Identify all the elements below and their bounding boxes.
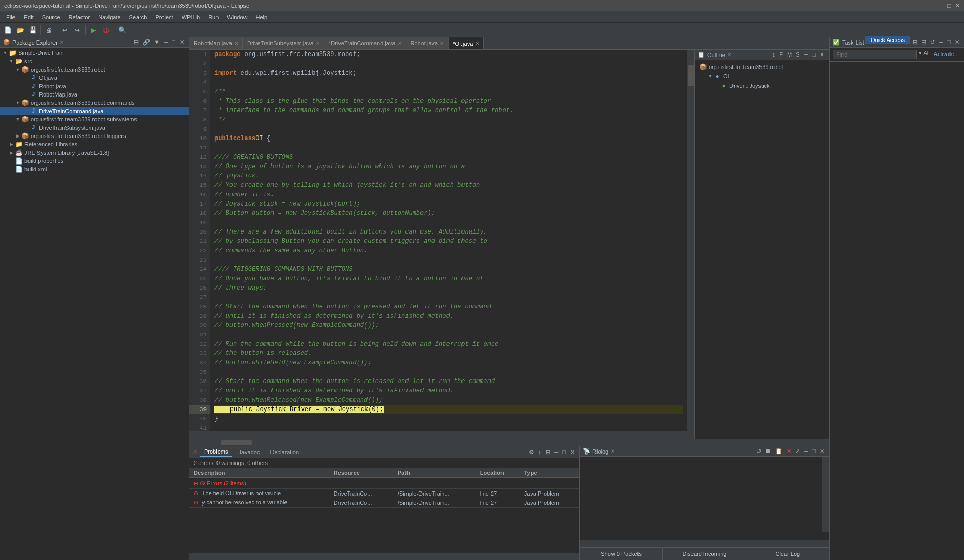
- errors-group-row[interactable]: ⊟ ⊘ Errors (2 items): [189, 478, 579, 489]
- tasklist-min[interactable]: ─: [938, 38, 945, 46]
- tree-item-src[interactable]: ▼ 📂 src: [0, 57, 189, 65]
- outline-close-icon[interactable]: ✕: [727, 52, 731, 58]
- activate-link[interactable]: Activate...: [932, 50, 961, 59]
- outline-class-oi[interactable]: ▼ ● OI: [697, 72, 827, 81]
- quick-access-button[interactable]: Quick Access: [865, 36, 910, 44]
- pe-close[interactable]: ✕: [178, 38, 186, 46]
- tree-item-drivetrain-sub[interactable]: J DriveTrainSubsystem.java: [0, 124, 189, 132]
- print-button[interactable]: 🖨: [43, 24, 55, 36]
- tree-item-build-xml[interactable]: 📄 build.xml: [0, 165, 189, 173]
- tab-robot[interactable]: Robot.java ✕: [406, 37, 449, 49]
- tab-close[interactable]: ✕: [316, 40, 320, 46]
- riolog-horiz-scroll[interactable]: [580, 540, 829, 547]
- col-type[interactable]: Type: [520, 468, 579, 478]
- problems-max[interactable]: □: [561, 448, 567, 456]
- tree-item-ref-libs[interactable]: ▶ 📁 Referenced Libraries: [0, 140, 189, 148]
- tree-item-pkg3[interactable]: ▼ 📦 org.usfirst.frc.team3539.robot.subsy…: [0, 115, 189, 124]
- clear-log-button[interactable]: Clear Log: [746, 548, 829, 560]
- show-packets-button[interactable]: Show 0 Packets: [580, 548, 663, 560]
- riolog-restart[interactable]: ↺: [755, 447, 763, 455]
- pe-max[interactable]: □: [170, 38, 177, 46]
- menu-refactor[interactable]: Refactor: [64, 13, 94, 21]
- riolog-close-icon[interactable]: ✕: [610, 448, 615, 454]
- menu-run[interactable]: Run: [204, 13, 223, 21]
- tree-item-simple-drive[interactable]: ▼ 📁 Simple-DriveTrain: [0, 49, 189, 57]
- menu-search[interactable]: Search: [125, 13, 152, 21]
- code-editor[interactable]: 1 2 3 4 5 6 7 8 9 10 11 12 13 14 15 16 1: [189, 50, 694, 431]
- outline-pkg[interactable]: 📦 org.usfirst.frc.team3539.robot: [697, 62, 827, 72]
- riolog-max[interactable]: □: [810, 447, 817, 455]
- outline-min[interactable]: ─: [803, 51, 810, 59]
- redo-button[interactable]: ↪: [72, 24, 83, 36]
- outline-close[interactable]: ✕: [818, 51, 826, 59]
- table-row[interactable]: ⊘ y cannot be resolved to a variable Dri…: [189, 498, 579, 508]
- save-button[interactable]: 💾: [27, 24, 38, 36]
- problems-min[interactable]: ─: [553, 448, 560, 456]
- tree-item-robot[interactable]: J Robot.java: [0, 82, 189, 90]
- problems-close[interactable]: ✕: [568, 448, 576, 456]
- run-button[interactable]: ▶: [88, 24, 99, 36]
- tree-item-build-props[interactable]: 📄 build.properties: [0, 157, 189, 165]
- pe-close-icon[interactable]: ✕: [60, 39, 64, 45]
- menu-edit[interactable]: Edit: [20, 13, 38, 21]
- menu-source[interactable]: Source: [38, 13, 64, 21]
- col-resource[interactable]: Resource: [330, 468, 393, 478]
- tasklist-refresh[interactable]: ↺: [929, 38, 936, 46]
- discard-incoming-button[interactable]: Discard Incoming: [663, 548, 746, 560]
- outline-hide-methods[interactable]: M: [785, 51, 793, 59]
- col-description[interactable]: Description: [189, 468, 330, 478]
- riolog-copy[interactable]: 📋: [773, 447, 784, 455]
- code-horizontal-scrollbar[interactable]: [189, 439, 829, 446]
- problems-horiz-scrollbar[interactable]: [189, 553, 579, 560]
- tab-javadoc[interactable]: Javadoc: [234, 448, 264, 456]
- table-row[interactable]: ⊘ The field OI.Driver is not visible Dri…: [189, 489, 579, 498]
- riolog-min[interactable]: ─: [803, 447, 810, 455]
- tab-drivetrain-cmd[interactable]: *DriveTrainCommand.java ✕: [324, 37, 406, 49]
- pe-min[interactable]: ─: [162, 38, 170, 46]
- col-path[interactable]: Path: [393, 468, 476, 478]
- riolog-export[interactable]: ↗: [794, 447, 802, 455]
- minimize-button[interactable]: ─: [940, 3, 944, 9]
- search-button[interactable]: 🔍: [116, 24, 128, 36]
- outline-field-driver[interactable]: ● Driver : Joystick: [697, 81, 827, 90]
- tree-item-drivetrain-cmd[interactable]: J DriveTrainCommand.java: [0, 107, 189, 115]
- tab-oi[interactable]: *OI.java ✕: [449, 37, 484, 49]
- new-button[interactable]: 📄: [2, 24, 13, 36]
- pe-menu[interactable]: ▼: [153, 38, 161, 46]
- menu-project[interactable]: Project: [151, 13, 177, 21]
- tab-close[interactable]: ✕: [440, 40, 444, 46]
- menu-file[interactable]: File: [2, 13, 20, 21]
- menu-help[interactable]: Help: [251, 13, 271, 21]
- tasklist-max[interactable]: □: [945, 38, 952, 46]
- tab-problems[interactable]: Problems: [200, 447, 232, 457]
- tab-robotmap[interactable]: RobotMap.java ✕: [189, 37, 243, 49]
- pe-collapse-all[interactable]: ⊟: [132, 38, 140, 46]
- tasklist-expand[interactable]: ⊞: [920, 38, 928, 46]
- col-location[interactable]: Location: [476, 468, 520, 478]
- find-input[interactable]: [833, 50, 917, 59]
- debug-button[interactable]: 🐞: [100, 24, 112, 36]
- problems-sort[interactable]: ↕: [537, 448, 543, 456]
- pe-link-editor[interactable]: 🔗: [141, 38, 152, 46]
- tab-close[interactable]: ✕: [398, 40, 402, 46]
- problems-collapse[interactable]: ⊟: [544, 448, 552, 456]
- outline-max[interactable]: □: [810, 51, 817, 59]
- tree-item-pkg1[interactable]: ▼ 📦 org.usfirst.frc.team3539.robot: [0, 65, 189, 74]
- riolog-vert-scroll[interactable]: [822, 457, 829, 532]
- outline-hide-fields[interactable]: F: [778, 51, 784, 59]
- riolog-close[interactable]: ✕: [818, 447, 826, 455]
- undo-button[interactable]: ↩: [59, 24, 71, 36]
- open-button[interactable]: 📂: [15, 24, 26, 36]
- riolog-clear-x[interactable]: ✕: [785, 447, 793, 455]
- riolog-stop[interactable]: ⏹: [764, 447, 772, 455]
- tasklist-collapse[interactable]: ⊟: [911, 38, 919, 46]
- tab-close[interactable]: ✕: [475, 40, 479, 46]
- tree-item-oi[interactable]: J OI.java: [0, 74, 189, 82]
- tree-item-pkg2[interactable]: ▼ 📦 org.usfirst.frc.team3539.robot.comma…: [0, 99, 189, 107]
- menu-window[interactable]: Window: [223, 13, 251, 21]
- outline-sort[interactable]: ↕: [771, 51, 777, 59]
- problems-filter[interactable]: ⚙: [527, 448, 536, 456]
- menu-wpilib[interactable]: WPILib: [178, 13, 204, 21]
- close-button[interactable]: ✕: [955, 3, 960, 9]
- menu-navigate[interactable]: Navigate: [94, 13, 125, 21]
